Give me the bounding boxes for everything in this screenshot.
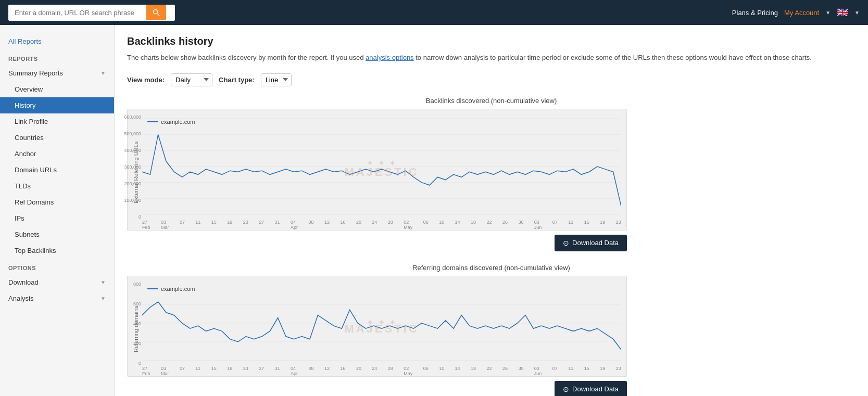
account-dropdown-arrow[interactable]: ▼ bbox=[825, 10, 831, 16]
sidebar-item-ips[interactable]: IPs bbox=[0, 210, 114, 226]
language-flag[interactable]: 🇬🇧 bbox=[837, 7, 848, 18]
chart1-download-button[interactable]: ⊙ Download Data bbox=[555, 235, 627, 251]
chart1-title: Backlinks discovered (non-cumulative vie… bbox=[127, 97, 856, 105]
chart2-svg bbox=[142, 282, 621, 365]
chart2-x-labels: 27Feb 03Mar 07 11 15 19 23 27 31 04Apr 0… bbox=[142, 365, 621, 376]
download-icon: ⊙ bbox=[563, 239, 569, 247]
chevron-down-icon: ▼ bbox=[100, 279, 106, 285]
chart1-section: Backlinks discovered (non-cumulative vie… bbox=[127, 97, 856, 251]
main-content: Backlinks history The charts below show … bbox=[115, 25, 868, 396]
sidebar-section-label: OPTIONS bbox=[0, 259, 114, 274]
sidebar-item-label: Download bbox=[8, 278, 39, 286]
view-mode-label: View mode: bbox=[127, 76, 165, 84]
chart2-y-ticks: 800 600 400 200 0 bbox=[122, 282, 141, 366]
download2-icon: ⊙ bbox=[563, 385, 569, 393]
search-bar bbox=[8, 5, 175, 21]
sidebar-item-label: Countries bbox=[15, 134, 44, 142]
sidebar-item-top-backlinks[interactable]: Top Backlinks bbox=[0, 242, 114, 259]
chart2-area: 800 600 400 200 0 example.com ✦ ✦ ✦ bbox=[142, 282, 621, 376]
chart2-wrapper: Referring domains 800 600 400 200 0 bbox=[127, 276, 627, 377]
sidebar-item-label: History bbox=[15, 101, 35, 109]
chart2-title: Referring domains discovered (non-cumula… bbox=[127, 264, 856, 272]
sidebar-item-history[interactable]: History bbox=[0, 97, 114, 113]
sidebar-item-label: Subnets bbox=[15, 231, 40, 238]
chart-controls: View mode: Daily Weekly Monthly Chart ty… bbox=[127, 73, 856, 86]
flag-dropdown-arrow[interactable]: ▼ bbox=[854, 10, 860, 16]
chart1-legend: example.com bbox=[147, 119, 195, 125]
chart1-inner: External Referring URLs 600,000 500,000 … bbox=[133, 114, 621, 230]
chart2-legend: example.com bbox=[147, 286, 195, 292]
chart2-section: Referring domains discovered (non-cumula… bbox=[127, 264, 856, 397]
chart-type-label: Chart type: bbox=[219, 76, 255, 84]
sidebar-item-subnets[interactable]: Subnets bbox=[0, 226, 114, 242]
sidebar-item-label: Link Profile bbox=[15, 118, 48, 125]
sidebar-reports-section: REPORTSSummary Reports▼OverviewHistoryLi… bbox=[0, 49, 114, 306]
chart1-svg bbox=[142, 114, 621, 219]
sidebar-item-label: Analysis bbox=[8, 295, 33, 302]
sidebar-item-link-profile[interactable]: Link Profile bbox=[0, 113, 114, 130]
main-layout: All Reports REPORTSSummary Reports▼Overv… bbox=[0, 25, 868, 396]
chevron-down-icon: ▼ bbox=[100, 296, 106, 301]
chart2-inner: Referring domains 800 600 400 200 0 bbox=[133, 282, 621, 376]
sidebar-item-analysis[interactable]: Analysis▼ bbox=[0, 290, 114, 306]
sidebar-item-ref-domains[interactable]: Ref Domains bbox=[0, 194, 114, 210]
chart-type-select[interactable]: Line Bar bbox=[261, 73, 292, 86]
sidebar-item-label: Overview bbox=[15, 85, 43, 93]
chart2-download-button[interactable]: ⊙ Download Data bbox=[555, 381, 627, 397]
chart1-y-ticks: 600,000 500,000 400,000 300,000 200,000 … bbox=[122, 114, 141, 220]
sidebar-item-download[interactable]: Download▼ bbox=[0, 274, 114, 290]
top-navigation: Plans & Pricing My Account ▼ 🇬🇧 ▼ bbox=[0, 0, 868, 25]
my-account-link[interactable]: My Account bbox=[784, 9, 819, 17]
sidebar-item-label: Summary Reports bbox=[8, 69, 63, 77]
sidebar-item-tlds[interactable]: TLDs bbox=[0, 178, 114, 194]
sidebar-item-anchor[interactable]: Anchor bbox=[0, 146, 114, 162]
chart2-download-row: ⊙ Download Data bbox=[127, 381, 627, 397]
nav-right: Plans & Pricing My Account ▼ 🇬🇧 ▼ bbox=[732, 7, 860, 18]
svg-line-1 bbox=[157, 14, 159, 16]
chart2-legend-label: example.com bbox=[161, 286, 195, 292]
chart1-area: 600,000 500,000 400,000 300,000 200,000 … bbox=[142, 114, 621, 230]
sidebar-item-domain-urls[interactable]: Domain URLs bbox=[0, 162, 114, 178]
analysis-options-link[interactable]: analysis options bbox=[366, 54, 414, 61]
sidebar-item-overview[interactable]: Overview bbox=[0, 81, 114, 97]
page-description: The charts below show backlinks discover… bbox=[127, 53, 856, 63]
chart1-download-row: ⊙ Download Data bbox=[127, 235, 627, 251]
chart1-legend-label: example.com bbox=[161, 119, 195, 125]
chevron-down-icon: ▼ bbox=[100, 70, 106, 76]
chart1-x-labels: 27Feb 03Mar 07 11 15 19 23 27 31 04Apr 0… bbox=[142, 219, 621, 230]
sidebar-item-label: TLDs bbox=[15, 182, 31, 190]
chart2-legend-line bbox=[147, 288, 158, 289]
sidebar-item-label: Domain URLs bbox=[15, 166, 57, 174]
sidebar-item-label: Anchor bbox=[15, 150, 36, 158]
sidebar-item-summary-reports[interactable]: Summary Reports▼ bbox=[0, 65, 114, 81]
sidebar-item-label: Top Backlinks bbox=[15, 247, 56, 254]
plans-pricing-link[interactable]: Plans & Pricing bbox=[732, 9, 778, 17]
view-mode-select[interactable]: Daily Weekly Monthly bbox=[171, 73, 212, 86]
sidebar: All Reports REPORTSSummary Reports▼Overv… bbox=[0, 25, 115, 396]
sidebar-item-label: Ref Domains bbox=[15, 198, 54, 206]
svg-point-0 bbox=[154, 10, 158, 14]
sidebar-item-label: IPs bbox=[15, 214, 24, 222]
sidebar-section-label: REPORTS bbox=[0, 49, 114, 65]
search-input[interactable] bbox=[8, 5, 146, 21]
page-title: Backlinks history bbox=[127, 35, 856, 47]
chart1-wrapper: External Referring URLs 600,000 500,000 … bbox=[127, 109, 627, 231]
search-icon bbox=[153, 9, 160, 16]
sidebar-item-countries[interactable]: Countries bbox=[0, 130, 114, 146]
search-button[interactable] bbox=[146, 5, 166, 20]
chart1-legend-line bbox=[147, 121, 158, 122]
all-reports-link[interactable]: All Reports bbox=[0, 33, 114, 49]
